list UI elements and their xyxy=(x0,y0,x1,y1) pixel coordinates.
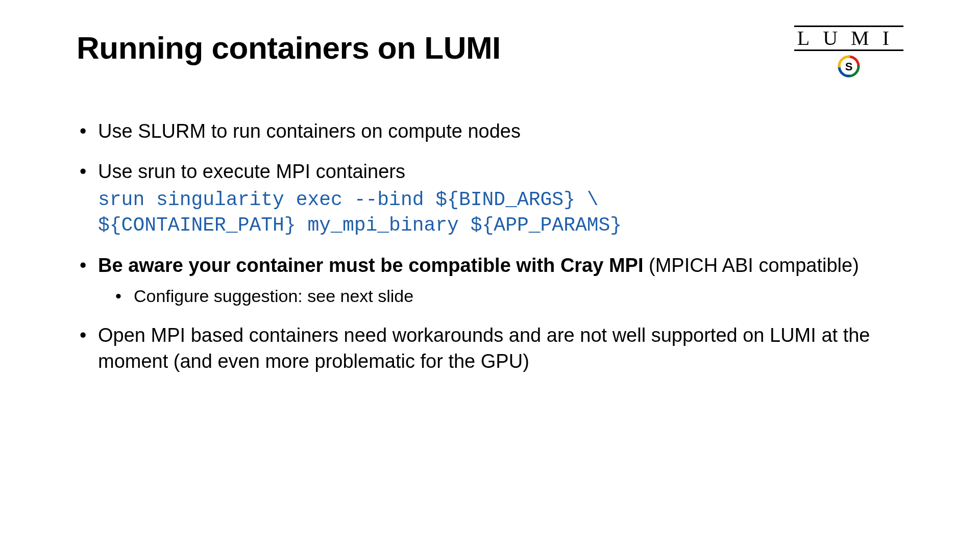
bullet-text-bold: Be aware your container must be compatib… xyxy=(98,255,644,276)
sub-bullet-item: Configure suggestion: see next slide xyxy=(98,285,903,308)
bullet-text: Use SLURM to run containers on compute n… xyxy=(98,120,521,142)
sub-bullet-text: Configure suggestion: see next slide xyxy=(134,286,413,306)
bullet-text-rest: (MPICH ABI compatible) xyxy=(644,255,859,276)
logo-block: LUMI S xyxy=(794,26,903,78)
bullet-item: Open MPI based containers need workaroun… xyxy=(77,322,903,375)
header: Running containers on LUMI LUMI S xyxy=(77,31,903,78)
lumi-logo-text: LUMI xyxy=(794,26,903,51)
slide-body: Use SLURM to run containers on compute n… xyxy=(77,118,903,375)
page-title: Running containers on LUMI xyxy=(77,31,501,65)
bullet-item: Use srun to execute MPI containers srun … xyxy=(77,159,903,238)
sub-bullet-list: Configure suggestion: see next slide xyxy=(98,285,903,308)
bullet-text: Open MPI based containers need workaroun… xyxy=(98,324,870,372)
bullet-list: Use SLURM to run containers on compute n… xyxy=(77,118,903,375)
svg-text:S: S xyxy=(845,60,853,73)
bullet-item: Use SLURM to run containers on compute n… xyxy=(77,118,903,144)
code-block: srun singularity exec --bind ${BIND_ARGS… xyxy=(98,187,903,238)
slide: Running containers on LUMI LUMI S Use SL… xyxy=(0,0,980,551)
singularity-icon: S xyxy=(838,55,860,78)
bullet-text: Use srun to execute MPI containers xyxy=(98,161,405,182)
bullet-item: Be aware your container must be compatib… xyxy=(77,253,903,308)
